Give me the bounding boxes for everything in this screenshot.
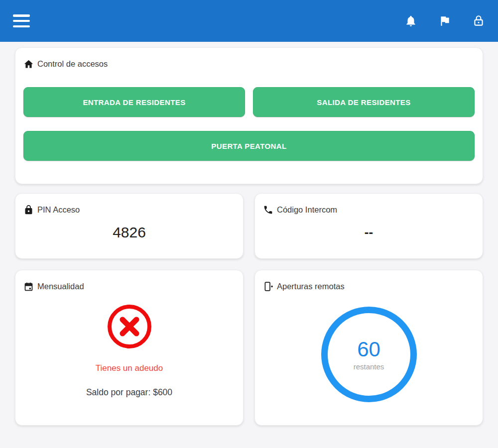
calendar-icon	[23, 281, 34, 292]
access-control-header: Control de accesos	[23, 56, 475, 69]
debt-status-text: Tienes un adeudo	[96, 363, 163, 373]
hamburger-menu-icon[interactable]	[13, 14, 30, 27]
codes-row: PIN Acceso 4826 Código Intercom --	[15, 193, 483, 259]
lock-icon[interactable]	[472, 14, 485, 27]
access-control-card: Control de accesos ENTRADA DE RESIDENTES…	[15, 47, 483, 184]
access-buttons-row-2: PUERTA PEATONAL	[23, 131, 475, 161]
access-buttons-row: ENTRADA DE RESIDENTES SALIDA DE RESIDENT…	[23, 87, 475, 117]
salida-residentes-button[interactable]: SALIDA DE RESIDENTES	[253, 87, 475, 117]
intercom-card: Código Intercom --	[254, 193, 483, 259]
monthly-card-title: Mensualidad	[37, 282, 84, 291]
remaining-openings-ring: 60 restantes	[321, 307, 417, 402]
content: Control de accesos ENTRADA DE RESIDENTES…	[0, 42, 498, 448]
remote-ring-zone: 60 restantes	[263, 292, 475, 417]
pin-card-header: PIN Acceso	[23, 202, 235, 215]
pin-card-title: PIN Acceso	[37, 205, 80, 215]
puerta-peatonal-button[interactable]: PUERTA PEATONAL	[23, 131, 475, 161]
access-control-title: Control de accesos	[37, 59, 108, 69]
remote-openings-card: Aperturas remotas 60 restantes	[254, 270, 483, 426]
balance-due-text: Saldo por pagar: $600	[86, 387, 172, 398]
pin-card: PIN Acceso 4826	[15, 193, 244, 259]
monthly-status-zone: Tienes un adeudo Saldo por pagar: $600	[23, 292, 235, 417]
remote-openings-title: Aperturas remotas	[277, 282, 345, 291]
error-cross-icon	[106, 303, 153, 350]
bell-icon[interactable]	[404, 14, 417, 27]
pin-value: 4826	[23, 215, 235, 250]
status-row: Mensualidad Tienes un adeudo Saldo por p…	[15, 270, 483, 426]
app-bar	[0, 0, 498, 42]
monthly-card: Mensualidad Tienes un adeudo Saldo por p…	[15, 270, 244, 426]
smartphone-arrow-icon	[263, 281, 273, 292]
padlock-icon	[23, 205, 34, 215]
phone-icon	[263, 205, 273, 215]
intercom-card-title: Código Intercom	[277, 205, 337, 215]
flag-icon[interactable]	[438, 14, 451, 27]
home-icon	[23, 59, 34, 69]
page: Control de accesos ENTRADA DE RESIDENTES…	[0, 0, 498, 448]
entrada-residentes-button[interactable]: ENTRADA DE RESIDENTES	[23, 87, 245, 117]
intercom-value: --	[263, 215, 475, 250]
remaining-count: 60	[357, 338, 380, 361]
app-bar-icons	[404, 14, 485, 27]
remaining-label: restantes	[354, 362, 384, 371]
intercom-card-header: Código Intercom	[263, 202, 475, 215]
remote-openings-header: Aperturas remotas	[263, 278, 475, 292]
monthly-card-header: Mensualidad	[23, 278, 235, 292]
